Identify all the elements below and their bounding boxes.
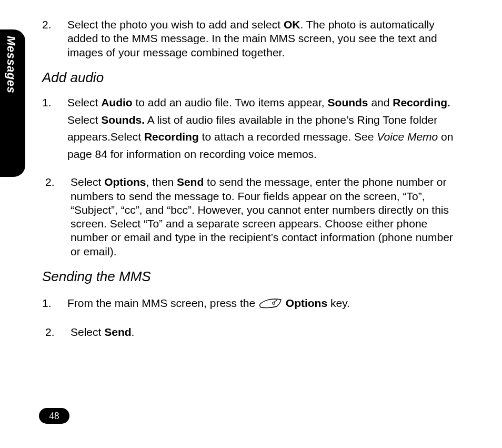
phone-key-icon [259,297,282,312]
step-number: 2. [42,18,67,59]
page-content: 2. Select the photo you wish to add and … [42,18,463,349]
page-number: 48 [49,410,59,422]
svg-point-0 [273,302,275,304]
step-item: 1. From the main MMS screen, press the O… [42,296,463,312]
heading-sending-mms: Sending the MMS [42,268,463,285]
text-fragment: From the main MMS screen, press the [67,297,258,309]
step-number: 1. [42,296,67,312]
step-number: 2. [45,175,71,258]
step-item: 1. Select Audio to add an audio file. Tw… [42,94,463,163]
step-text: Select Options, then Send to send the me… [71,175,463,258]
text-fragment: Options key. [286,297,350,309]
section-tab: Messages [0,29,25,177]
step-text: Select Audio to add an audio file. Two i… [67,94,463,163]
step-item: 2. Select the photo you wish to add and … [42,18,463,59]
step-item: 2. Select Send. [45,325,463,339]
step-item: 2. Select Options, then Send to send the… [45,175,463,258]
step-text: From the main MMS screen, press the Opti… [67,296,463,312]
section-tab-label: Messages [4,36,18,93]
page-number-badge: 48 [39,408,69,424]
step-text: Select Send. [71,325,463,339]
step-number: 1. [42,94,67,163]
step-text: Select the photo you wish to add and sel… [67,18,463,59]
step-number: 2. [45,325,71,339]
heading-add-audio: Add audio [42,69,463,86]
